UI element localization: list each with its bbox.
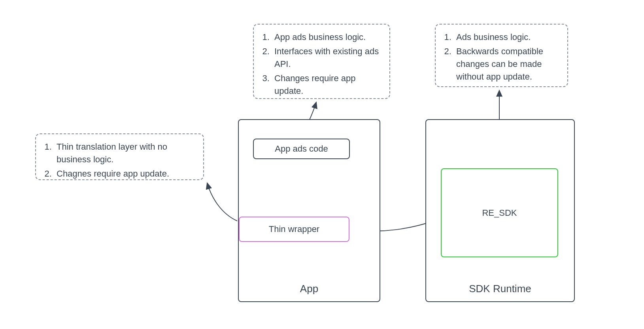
note-thin-wrapper-1: Thin translation layer with no business … bbox=[54, 141, 195, 166]
box-app-ads-code: App ads code bbox=[253, 139, 350, 159]
box-thin-wrapper-label: Thin wrapper bbox=[269, 224, 319, 234]
box-re-sdk: RE_SDK bbox=[441, 168, 558, 257]
note-app-ads-code-3: Changes require app update. bbox=[272, 72, 381, 97]
container-app-label: App bbox=[239, 283, 380, 295]
note-app-ads-code-2: Interfaces with existing ads API. bbox=[272, 45, 381, 70]
container-sdk-label: SDK Runtime bbox=[426, 283, 574, 295]
box-app-ads-code-label: App ads code bbox=[275, 144, 328, 154]
box-thin-wrapper: Thin wrapper bbox=[239, 217, 349, 242]
note-app-ads-code: App ads business logic. Interfaces with … bbox=[253, 24, 390, 99]
box-re-sdk-label: RE_SDK bbox=[482, 208, 517, 218]
note-thin-wrapper-2: Chagnes require app update. bbox=[54, 167, 195, 180]
note-thin-wrapper: Thin translation layer with no business … bbox=[35, 133, 204, 180]
diagram-canvas: Thin translation layer with no business … bbox=[0, 0, 644, 329]
note-re-sdk-1: Ads business logic. bbox=[454, 31, 559, 44]
note-re-sdk: Ads business logic. Backwards compatible… bbox=[435, 24, 568, 87]
note-re-sdk-2: Backwards compatible changes can be made… bbox=[454, 45, 559, 83]
note-app-ads-code-1: App ads business logic. bbox=[272, 31, 381, 44]
